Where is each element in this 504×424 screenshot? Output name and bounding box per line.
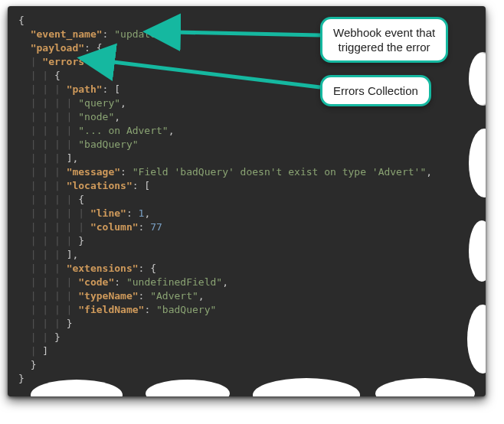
json-key-column: "column"	[90, 221, 139, 233]
json-key-typename: "typeName"	[78, 290, 138, 302]
brace: }	[67, 318, 73, 329]
json-value: "undefinedField"	[126, 276, 222, 288]
bracket: ],	[67, 152, 79, 164]
json-key-event-name: "event_name"	[31, 28, 103, 40]
callout-text-line: triggered the error	[339, 41, 430, 54]
json-value: "... on Advert"	[78, 125, 168, 136]
code-panel: { "event_name": "update", "payload": { |…	[8, 6, 486, 396]
json-key-extensions: "extensions"	[67, 263, 139, 274]
json-key-fieldname: "fieldName"	[78, 304, 144, 315]
json-value: "update"	[114, 28, 162, 40]
brace: }	[78, 235, 84, 246]
brace: {	[78, 194, 84, 205]
brace: {	[18, 15, 25, 26]
json-key-errors: "errors"	[42, 56, 90, 67]
json-value: 77	[150, 221, 162, 233]
json-value: "Advert"	[150, 290, 198, 302]
json-key-message: "message"	[67, 166, 120, 178]
callout-text-line: Webhook event that	[333, 26, 435, 39]
callout-text-line: Errors Collection	[333, 84, 418, 97]
bracket: ]	[42, 345, 48, 357]
brace: {	[54, 70, 61, 81]
bracket: ],	[67, 249, 79, 260]
callout-webhook-event: Webhook event that triggered the error	[320, 17, 448, 63]
json-value: "node"	[78, 111, 114, 122]
json-code-block: { "event_name": "update", "payload": { |…	[18, 14, 475, 386]
figure-root: { "event_name": "update", "payload": { |…	[0, 0, 504, 424]
json-key-line: "line"	[90, 207, 126, 219]
json-key-path: "path"	[67, 83, 103, 95]
json-key-code: "code"	[78, 276, 114, 288]
brace: }	[54, 331, 61, 343]
brace: }	[31, 359, 37, 370]
json-value: "Field 'badQuery' doesn't exist on type …	[133, 166, 427, 178]
brace: }	[18, 373, 25, 384]
json-key-locations: "locations"	[67, 180, 133, 191]
callout-errors-collection: Errors Collection	[320, 75, 431, 106]
json-value: "badQuery"	[156, 304, 216, 315]
json-key-payload: "payload"	[31, 42, 84, 54]
json-value: "badQuery"	[78, 139, 138, 150]
json-value: "query"	[78, 97, 120, 109]
